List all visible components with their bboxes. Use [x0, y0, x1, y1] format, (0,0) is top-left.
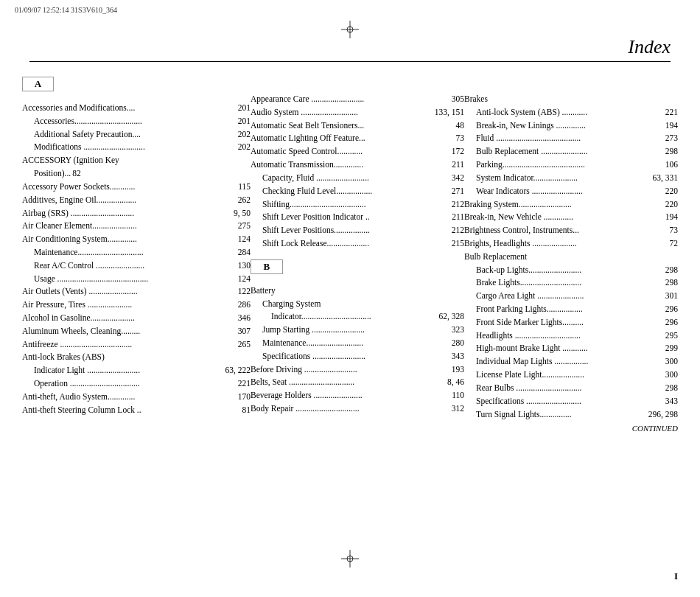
- list-item: Beverage Holders .......................…: [251, 389, 464, 402]
- list-item: Operation ..............................…: [22, 377, 251, 391]
- list-item: Break-in, New Linings ..............194: [464, 119, 678, 133]
- list-item: Automatic Transmission..............211: [251, 158, 464, 172]
- list-item: Airbag (SRS) ...........................…: [22, 207, 251, 220]
- list-item: Brakes: [464, 93, 678, 106]
- list-item: Fluid ..................................…: [464, 132, 678, 145]
- list-item: Additives, Engine Oil...................…: [22, 194, 251, 207]
- list-item: Specifications .........................…: [464, 395, 678, 408]
- list-item: Break-in, New Vehicle ..............194: [464, 211, 678, 224]
- list-item: Checking Fluid Level.................271: [251, 185, 464, 198]
- list-item: Rear Bulbs .............................…: [464, 382, 678, 395]
- list-item: Before Driving .........................…: [251, 363, 464, 377]
- list-item: Shift Lever Positions.................21…: [251, 224, 464, 237]
- list-item: Indicator Light ........................…: [22, 364, 251, 377]
- list-item: Front Side Marker Lights..........296: [464, 316, 678, 329]
- list-item: Shifting................................…: [251, 198, 464, 212]
- list-item: License Plate Light....................3…: [464, 369, 678, 382]
- list-item: Audio System ...........................…: [251, 106, 464, 119]
- list-item: Capacity, Fluid ........................…: [251, 172, 464, 185]
- list-item: Parking.................................…: [464, 158, 678, 172]
- list-item: Maintenance.............................…: [22, 246, 251, 259]
- list-item: High-mount Brake Light ............299: [464, 342, 678, 355]
- list-item: Maintenance...........................28…: [251, 337, 464, 350]
- list-item: Accessories.............................…: [22, 115, 251, 128]
- list-item: Antifreeze .............................…: [22, 338, 251, 352]
- list-item: Anti-lock Brakes (ABS): [22, 351, 251, 364]
- list-item: Air Conditioning System..............124: [22, 233, 251, 246]
- crosshair-bottom: [341, 550, 359, 568]
- list-item: Body Repair ............................…: [251, 402, 464, 416]
- continued-label: CONTINUED: [464, 424, 678, 433]
- page-number: I: [674, 570, 678, 582]
- crosshair-top: [341, 21, 359, 38]
- timestamp-label: 01/09/07 12:52:14 31S3V610_364: [15, 6, 117, 14]
- list-item: Alcohol in Gasoline.....................…: [22, 312, 251, 325]
- list-item: ACCESSORY (Ignition Key: [22, 154, 251, 167]
- list-item: Charging System: [251, 298, 464, 311]
- list-item: Accessory Power Sockets............115: [22, 181, 251, 194]
- list-item: Wear Indicators ........................…: [464, 185, 678, 198]
- list-item: Modifications ..........................…: [22, 141, 251, 154]
- list-item: Specifications .........................…: [251, 350, 464, 363]
- list-item: Air Cleaner Element.....................…: [22, 220, 251, 233]
- column-right: Brakes Anti-lock System (ABS) ..........…: [464, 77, 678, 433]
- section-b-box: B: [251, 259, 283, 274]
- list-item: Shift Lever Position Indicator ..211: [251, 211, 464, 224]
- list-item: Front Parking Lights.................296: [464, 303, 678, 316]
- list-item: Brightness Control, Instruments...73: [464, 224, 678, 237]
- list-item: Cargo Area Light ......................3…: [464, 290, 678, 303]
- section-a-box: A: [22, 77, 54, 91]
- list-item: Appearance Care ........................…: [251, 93, 464, 106]
- list-item: Bulb Replacement: [464, 251, 678, 264]
- list-item: Bulb Replacement ......................2…: [464, 145, 678, 158]
- column-mid: Appearance Care ........................…: [251, 77, 464, 433]
- list-item: Air Pressure, Tires ....................…: [22, 298, 251, 312]
- list-item: Indicator...............................…: [251, 310, 464, 324]
- list-item: Brake Lights............................…: [464, 276, 678, 290]
- list-item: Back-up Lights.........................2…: [464, 264, 678, 277]
- list-item: Shift Lock Release....................21…: [251, 237, 464, 251]
- column-left: A Accessories and Modifications....201 A…: [22, 77, 251, 433]
- system-indicator-entry: System Indicator.....................63,…: [464, 172, 678, 185]
- list-item: Position)...82: [22, 167, 251, 181]
- list-item: Turn Signal Lights...............296, 29…: [464, 408, 678, 422]
- list-item: Rear A/C Control .......................…: [22, 259, 251, 273]
- list-item: Brights, Headlights ....................…: [464, 237, 678, 251]
- list-item: Automatic Lighting Off Feature...73: [251, 132, 464, 145]
- list-item: Air Outlets (Vents) ....................…: [22, 285, 251, 298]
- list-item: Automatic Seat Belt Tensioners...48: [251, 119, 464, 133]
- list-item: Accessories and Modifications....201: [22, 102, 251, 115]
- title-underline: [29, 61, 671, 62]
- list-item: Anti-theft Steering Column Lock ..81: [22, 404, 251, 417]
- list-item: Headlights .............................…: [464, 329, 678, 343]
- list-item: Anti-theft, Audio System.............170: [22, 391, 251, 404]
- list-item: Automatic Speed Control............172: [251, 145, 464, 158]
- page-metadata: 01/09/07 12:52:14 31S3V610_364: [0, 0, 700, 14]
- content-area: A Accessories and Modifications....201 A…: [0, 69, 700, 447]
- list-item: Battery: [251, 284, 464, 298]
- list-item: Anti-lock System (ABS) ............221: [464, 106, 678, 119]
- page-wrapper: 01/09/07 12:52:14 31S3V610_364 Index A A…: [0, 0, 700, 597]
- list-item: Additional Safety Precaution....202: [22, 128, 251, 142]
- list-item: Braking System.........................2…: [464, 198, 678, 212]
- list-item: Usage ..................................…: [22, 273, 251, 286]
- list-item: Jump Starting .........................3…: [251, 324, 464, 337]
- list-item: Aluminum Wheels, Cleaning.........307: [22, 325, 251, 338]
- list-item: Individual Map Lights ................30…: [464, 355, 678, 369]
- list-item: Belts, Seat ............................…: [251, 376, 464, 389]
